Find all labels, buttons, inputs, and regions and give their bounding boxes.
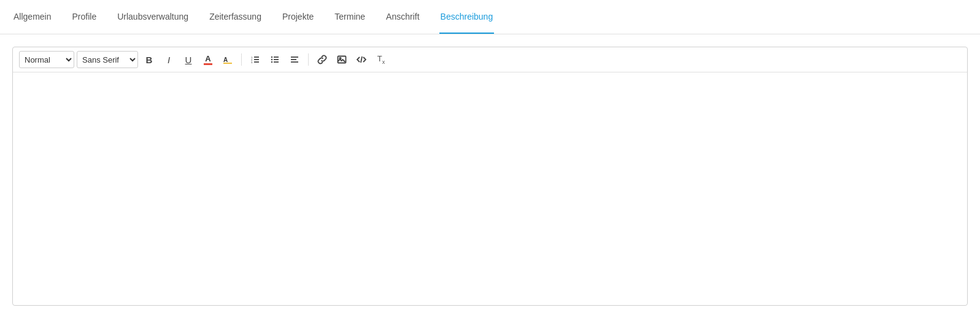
svg-line-19: [361, 56, 362, 63]
tab-allgemein[interactable]: Allgemein: [12, 1, 52, 34]
tab-navigation: Allgemein Profile Urlaubsverwaltung Zeit…: [0, 0, 980, 34]
svg-point-12: [271, 59, 272, 60]
unordered-list-icon: [270, 55, 280, 64]
svg-point-11: [271, 56, 272, 58]
divider-1: [241, 53, 242, 66]
svg-point-13: [271, 61, 272, 63]
align-icon: [290, 55, 299, 64]
tab-zeiterfassung[interactable]: Zeiterfassung: [208, 1, 263, 34]
svg-rect-1: [223, 63, 232, 64]
unordered-list-button[interactable]: [266, 51, 284, 68]
tab-beschreibung[interactable]: Beschreibung: [439, 1, 495, 34]
link-icon: [317, 55, 327, 64]
bold-icon: B: [146, 55, 153, 65]
underline-icon: U: [185, 55, 192, 65]
link-button[interactable]: [314, 51, 331, 68]
editor-container: Normal Heading 1 Heading 2 Heading 3 San…: [12, 47, 968, 306]
editor-content[interactable]: [13, 72, 967, 305]
font-select[interactable]: Sans Serif Serif Monospace: [77, 51, 138, 68]
italic-icon: I: [168, 55, 170, 65]
tab-anschrift[interactable]: Anschrift: [385, 1, 420, 34]
page-wrapper: Allgemein Profile Urlaubsverwaltung Zeit…: [0, 0, 980, 318]
divider-2: [308, 53, 309, 66]
ordered-list-button[interactable]: 1. 2. 3.: [247, 51, 264, 68]
code-icon: [357, 55, 366, 64]
underline-button[interactable]: U: [180, 51, 197, 68]
svg-text:3.: 3.: [251, 61, 253, 64]
image-icon: [337, 55, 347, 64]
code-button[interactable]: [353, 51, 370, 68]
clear-format-button[interactable]: Tx: [372, 51, 390, 68]
style-select[interactable]: Normal Heading 1 Heading 2 Heading 3: [19, 51, 74, 68]
tab-profile[interactable]: Profile: [71, 1, 98, 34]
tab-urlaubsverwaltung[interactable]: Urlaubsverwaltung: [116, 1, 190, 34]
editor-toolbar: Normal Heading 1 Heading 2 Heading 3 San…: [13, 47, 967, 72]
align-button[interactable]: [286, 51, 303, 68]
font-color-button[interactable]: A: [199, 51, 217, 68]
highlight-button[interactable]: A: [219, 51, 236, 68]
clear-format-icon: Tx: [377, 54, 385, 65]
tab-termine[interactable]: Termine: [333, 1, 366, 34]
bold-button[interactable]: B: [141, 51, 158, 68]
ordered-list-icon: 1. 2. 3.: [250, 55, 260, 64]
image-button[interactable]: [333, 51, 350, 68]
highlight-icon: A: [223, 55, 233, 64]
font-color-icon: A: [204, 55, 212, 65]
svg-text:A: A: [223, 56, 228, 63]
tab-projekte[interactable]: Projekte: [281, 1, 315, 34]
italic-button[interactable]: I: [160, 51, 177, 68]
